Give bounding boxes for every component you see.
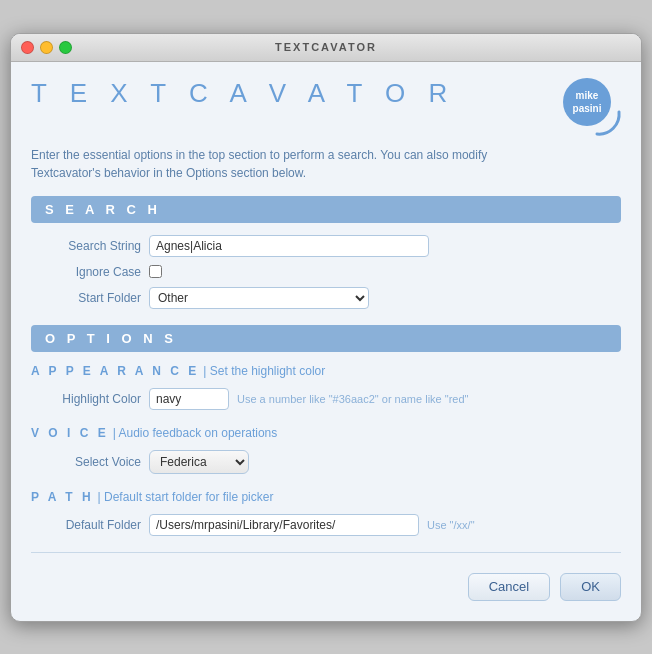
maximize-button[interactable] (59, 41, 72, 54)
main-window: TEXTCAVATOR T E X T C A V A T O R mike p… (10, 33, 642, 622)
options-section: O P T I O N S A P P E A R A N C E | Set … (31, 325, 621, 536)
app-title: T E X T C A V A T O R (31, 78, 455, 109)
highlight-color-row: Highlight Color Use a number like "#36aa… (31, 388, 621, 410)
default-folder-row: Default Folder Use "/xx/" (31, 514, 621, 536)
ok-button[interactable]: OK (560, 573, 621, 601)
path-header: P A T H | Default start folder for file … (31, 490, 621, 504)
close-button[interactable] (21, 41, 34, 54)
select-voice-row: Select Voice Federica Alex Victoria Sama… (31, 450, 621, 474)
window-title: TEXTCAVATOR (275, 41, 377, 53)
start-folder-label: Start Folder (31, 291, 141, 305)
options-section-header: O P T I O N S (31, 325, 621, 352)
start-folder-select[interactable]: Other Home Desktop Documents (149, 287, 369, 309)
logo-container: mike pasini (563, 78, 621, 136)
description-line2: Textcavator's behavior in the Options se… (31, 166, 306, 180)
voice-header: V O I C E | Audio feedback on operations (31, 426, 621, 440)
voice-title: V O I C E (31, 426, 109, 440)
logo-arc-icon (589, 104, 625, 140)
default-folder-hint: Use "/xx/" (427, 519, 475, 531)
search-section: S E A R C H Search String Ignore Case St… (31, 196, 621, 309)
description-line1: Enter the essential options in the top s… (31, 148, 487, 162)
app-description: Enter the essential options in the top s… (31, 146, 621, 182)
footer-divider (31, 552, 621, 553)
default-folder-label: Default Folder (31, 518, 141, 532)
footer: Cancel OK (31, 569, 621, 601)
logo-text-line1: mike (576, 89, 599, 102)
path-desc: | Default start folder for file picker (98, 490, 274, 504)
path-title: P A T H (31, 490, 94, 504)
path-subsection: P A T H | Default start folder for file … (31, 490, 621, 536)
highlight-color-label: Highlight Color (31, 392, 141, 406)
highlight-color-input[interactable] (149, 388, 229, 410)
cancel-button[interactable]: Cancel (468, 573, 550, 601)
title-bar: TEXTCAVATOR (11, 34, 641, 62)
window-controls (21, 41, 72, 54)
default-folder-input[interactable] (149, 514, 419, 536)
appearance-subsection: A P P E A R A N C E | Set the highlight … (31, 364, 621, 410)
voice-subsection: V O I C E | Audio feedback on operations… (31, 426, 621, 474)
search-string-input[interactable] (149, 235, 429, 257)
ignore-case-row: Ignore Case (31, 265, 621, 279)
search-string-row: Search String (31, 235, 621, 257)
ignore-case-checkbox[interactable] (149, 265, 162, 278)
highlight-color-hint: Use a number like "#36aac2" or name like… (237, 393, 468, 405)
start-folder-row: Start Folder Other Home Desktop Document… (31, 287, 621, 309)
select-voice-select[interactable]: Federica Alex Victoria Samantha (149, 450, 249, 474)
appearance-title: A P P E A R A N C E (31, 364, 199, 378)
window-content: T E X T C A V A T O R mike pasini Enter … (11, 62, 641, 621)
ignore-case-label: Ignore Case (31, 265, 141, 279)
voice-desc: | Audio feedback on operations (113, 426, 278, 440)
appearance-header: A P P E A R A N C E | Set the highlight … (31, 364, 621, 378)
app-header: T E X T C A V A T O R mike pasini (31, 78, 621, 136)
appearance-desc: | Set the highlight color (203, 364, 325, 378)
search-section-header: S E A R C H (31, 196, 621, 223)
search-string-label: Search String (31, 239, 141, 253)
minimize-button[interactable] (40, 41, 53, 54)
select-voice-label: Select Voice (31, 455, 141, 469)
